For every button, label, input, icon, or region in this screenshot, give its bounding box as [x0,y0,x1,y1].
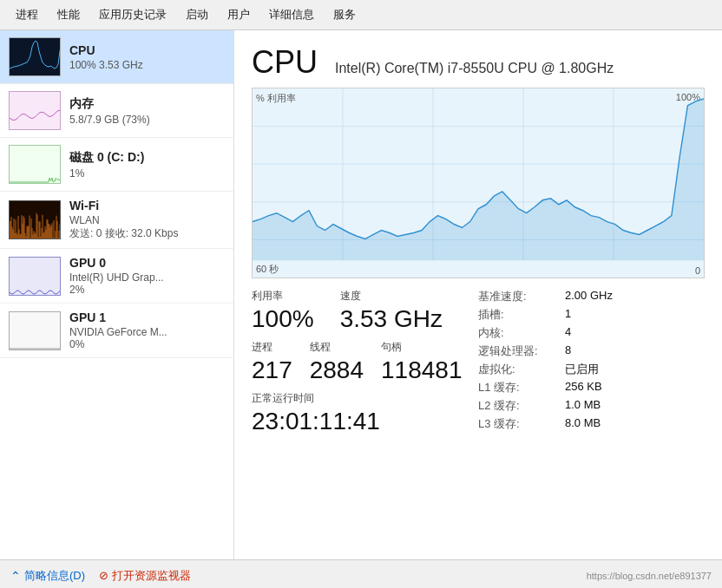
processes-value: 217 [252,356,292,384]
gpu0-subtitle: Intel(R) UHD Grap...2% [69,271,225,296]
menu-details[interactable]: 详细信息 [260,3,323,26]
menu-app-history[interactable]: 应用历史记录 [90,3,175,26]
gpu1-subtitle: NVIDIA GeForce M...0% [69,326,225,350]
content-area: CPU Intel(R) Core(TM) i7-8550U CPU @ 1.8… [234,30,722,559]
sidebar-item-gpu0[interactable]: GPU 0 Intel(R) UHD Grap...2% [0,249,233,304]
bottom-bar: ⌃ 简略信息(D) ⊘ 打开资源监视器 https://blog.csdn.ne… [0,559,722,588]
detail-logical: 逻辑处理器: 8 [478,343,705,359]
speed-label: 速度 [340,289,443,304]
detail-l2: L2 缓存: 1.0 MB [478,398,705,414]
chart-x-left: 60 秒 [256,263,279,276]
threads-value: 2884 [310,356,364,384]
page-title: CPU [252,44,318,81]
chart-x-right: 0 [695,265,700,276]
detail-base-speed: 基准速度: 2.00 GHz [478,289,705,304]
stats-right: 基准速度: 2.00 GHz 插槽: 1 内核: 4 逻辑处理器: 8 虚拟化: [478,289,705,435]
base-speed-key: 基准速度: [478,289,565,304]
gpu1-thumbnail [9,311,61,350]
sockets-val: 1 [565,307,571,323]
detail-sockets: 插槽: 1 [478,307,705,323]
menu-processes[interactable]: 进程 [7,3,47,26]
stat-handles: 句柄 118481 [381,340,462,384]
memory-title: 内存 [69,96,225,112]
stat-speed: 速度 3.53 GHz [340,289,443,333]
sidebar-item-gpu1[interactable]: GPU 1 NVIDIA GeForce M...0% [0,304,233,358]
open-monitor-button[interactable]: ⊘ 打开资源监视器 [99,568,191,584]
stat-processes: 进程 217 [252,340,292,384]
handles-label: 句柄 [381,340,462,355]
gpu1-info: GPU 1 NVIDIA GeForce M...0% [69,310,225,350]
gpu0-thumbnail [9,257,61,296]
menu-startup[interactable]: 启动 [177,3,217,26]
handles-value: 118481 [381,356,462,384]
chevron-up-icon: ⌃ [10,569,21,583]
gpu1-title: GPU 1 [69,310,225,324]
speed-value: 3.53 GHz [340,305,443,333]
disk-subtitle: 1% [69,167,225,180]
summary-button[interactable]: ⌃ 简略信息(D) [10,568,85,584]
menu-performance[interactable]: 性能 [49,3,89,26]
cores-key: 内核: [478,325,565,341]
sidebar-item-disk[interactable]: 磁盘 0 (C: D:) 1% [0,138,233,192]
detail-l1: L1 缓存: 256 KB [478,380,705,395]
wifi-thumbnail [9,200,61,239]
l3-key: L3 缓存: [478,416,565,432]
lower-stats: 利用率 100% 速度 3.53 GHz 进程 217 线程 [252,289,705,435]
l1-val: 256 KB [565,380,602,395]
detail-cores: 内核: 4 [478,325,705,341]
disk-thumbnail [9,145,61,184]
sockets-key: 插槽: [478,307,565,323]
bottom-left: ⌃ 简略信息(D) ⊘ 打开资源监视器 [10,568,191,584]
main-layout: CPU 100% 3.53 GHz 内存 5.8/7.9 GB (73%) 磁盘… [0,30,722,559]
disk-title: 磁盘 0 (C: D:) [69,150,225,166]
svg-marker-8 [253,99,704,260]
cores-val: 4 [565,325,571,341]
content-header: CPU Intel(R) Core(TM) i7-8550U CPU @ 1.8… [252,44,705,81]
watermark-text: https://blog.csdn.net/e891377 [587,571,712,581]
stat-threads: 线程 2884 [310,340,364,384]
logical-key: 逻辑处理器: [478,343,565,359]
menu-users[interactable]: 用户 [219,3,259,26]
menu-services[interactable]: 服务 [325,3,364,26]
memory-info: 内存 5.8/7.9 GB (73%) [69,96,225,126]
gpu0-info: GPU 0 Intel(R) UHD Grap...2% [69,256,225,296]
l3-val: 8.0 MB [565,416,601,432]
threads-label: 线程 [310,340,364,355]
sidebar-item-wifi[interactable]: Wi-Fi WLAN 发送: 0 接收: 32.0 Kbps [0,192,233,249]
wifi-subtitle: WLAN 发送: 0 接收: 32.0 Kbps [69,214,225,241]
sidebar-item-cpu[interactable]: CPU 100% 3.53 GHz [0,30,233,84]
cpu-chart: % 利用率 100% 60 秒 0 [252,88,705,278]
cpu-model: Intel(R) Core(TM) i7-8550U CPU @ 1.80GHz [335,61,614,76]
stat-uptime: 正常运行时间 23:01:11:41 [252,391,478,435]
l2-val: 1.0 MB [565,398,601,414]
stat-utilization: 利用率 100% [252,289,314,333]
sidebar: CPU 100% 3.53 GHz 内存 5.8/7.9 GB (73%) 磁盘… [0,30,234,559]
wifi-info: Wi-Fi WLAN 发送: 0 接收: 32.0 Kbps [69,199,225,241]
virt-val: 已启用 [565,362,599,377]
wifi-title: Wi-Fi [69,199,225,212]
detail-l3: L3 缓存: 8.0 MB [478,416,705,432]
disk-info: 磁盘 0 (C: D:) 1% [69,150,225,180]
utilization-value: 100% [252,305,314,333]
uptime-label: 正常运行时间 [252,391,478,406]
virt-key: 虚拟化: [478,362,565,377]
cpu-title: CPU [69,43,225,57]
monitor-label: 打开资源监视器 [112,568,191,584]
processes-label: 进程 [252,340,292,355]
memory-subtitle: 5.8/7.9 GB (73%) [69,114,225,126]
cpu-thumbnail [9,37,61,76]
menu-bar: 进程 性能 应用历史记录 启动 用户 详细信息 服务 [0,0,722,30]
gpu0-title: GPU 0 [69,256,225,270]
cpu-subtitle: 100% 3.53 GHz [69,59,225,71]
base-speed-val: 2.00 GHz [565,289,613,304]
watermark: https://blog.csdn.net/e891377 [587,571,712,581]
l2-key: L2 缓存: [478,398,565,414]
l1-key: L1 缓存: [478,380,565,395]
stats-left: 利用率 100% 速度 3.53 GHz 进程 217 线程 [252,289,478,435]
memory-thumbnail [9,91,61,130]
detail-virt: 虚拟化: 已启用 [478,362,705,377]
cpu-info: CPU 100% 3.53 GHz [69,43,225,71]
logical-val: 8 [565,343,571,359]
sidebar-item-memory[interactable]: 内存 5.8/7.9 GB (73%) [0,84,233,138]
monitor-icon: ⊘ [99,569,108,582]
